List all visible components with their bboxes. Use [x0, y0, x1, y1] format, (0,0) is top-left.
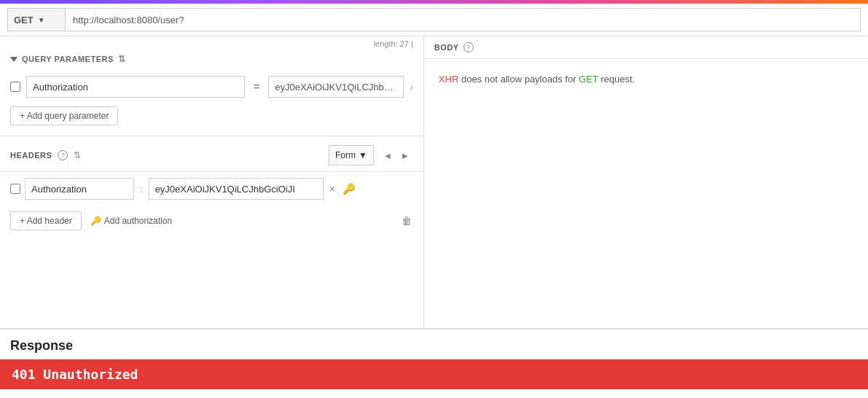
url-bar-area: GET ▼ [0, 4, 868, 36]
clear-header-button[interactable]: × [328, 182, 337, 196]
xhr-end-text: request. [598, 74, 636, 85]
header-row: : × 🔑 [0, 172, 423, 206]
xhr-message: XHR does not allow payloads for GET requ… [424, 59, 868, 99]
add-auth-key-icon: 🔑 [90, 216, 101, 226]
headers-toolbar: HEADERS ? ⇅ Form ▼ ◀ ▶ [0, 139, 423, 172]
form-chevron-icon: ▼ [359, 150, 367, 160]
headers-section: HEADERS ? ⇅ Form ▼ ◀ ▶ : × [0, 139, 423, 236]
main-content: length: 27 | QUERY PARAMETERS ⇅ = › + Ad… [0, 36, 868, 328]
response-section: Response 401 Unauthorized [0, 328, 868, 389]
header-value-input[interactable] [149, 178, 324, 200]
xhr-text: does not allow payloads for [458, 74, 579, 85]
divider [0, 136, 423, 136]
clear-icon: × [329, 183, 335, 195]
query-param-checkbox[interactable] [10, 82, 20, 92]
add-query-param-button[interactable]: + Add query parameter [10, 106, 118, 125]
url-input[interactable] [66, 8, 861, 31]
query-params-header: QUERY PARAMETERS ⇅ [0, 48, 423, 70]
method-label: GET [14, 15, 34, 26]
form-label: Form [335, 150, 356, 160]
query-param-value-input[interactable] [268, 76, 404, 98]
length-info: length: 27 | [0, 36, 423, 48]
key-icon: 🔑 [343, 183, 355, 195]
status-bar: 401 Unauthorized [0, 359, 868, 389]
body-header: BODY ? [424, 36, 868, 59]
query-param-more-icon[interactable]: › [410, 81, 413, 93]
nav-arrows: ◀ ▶ [380, 147, 413, 163]
left-panel: length: 27 | QUERY PARAMETERS ⇅ = › + Ad… [0, 36, 424, 328]
method-select[interactable]: GET ▼ [7, 8, 66, 31]
header-key-input[interactable] [25, 178, 134, 200]
delete-header-button[interactable]: 🗑 [400, 214, 413, 228]
right-panel: BODY ? XHR does not allow payloads for G… [424, 36, 868, 328]
query-param-key-input[interactable] [26, 76, 245, 98]
nav-right-icon[interactable]: ▶ [397, 147, 413, 163]
add-authorization-button[interactable]: 🔑 Add authorization [90, 212, 172, 230]
method-chevron-icon: ▼ [38, 16, 45, 24]
delete-icon: 🗑 [402, 215, 412, 227]
headers-info-icon[interactable]: ? [58, 150, 68, 160]
header-row-checkbox[interactable] [10, 184, 20, 194]
query-params-sort-icon[interactable]: ⇅ [118, 54, 126, 64]
nav-left-icon[interactable]: ◀ [380, 147, 396, 163]
query-params-label: QUERY PARAMETERS [22, 55, 114, 63]
add-query-param-label: + Add query parameter [20, 111, 109, 121]
action-row: + Add header 🔑 Add authorization 🗑 [0, 206, 423, 236]
colon-separator: : [138, 184, 144, 195]
status-text: 401 Unauthorized [12, 367, 138, 382]
response-title: Response [10, 338, 858, 354]
key-icon-button[interactable]: 🔑 [341, 182, 356, 196]
query-param-row: = › [0, 70, 423, 104]
headers-sort-icon[interactable]: ⇅ [74, 150, 81, 160]
equals-sign: = [251, 81, 262, 93]
body-title: BODY [434, 43, 459, 52]
add-header-button[interactable]: + Add header [10, 211, 82, 230]
xhr-link[interactable]: XHR [439, 74, 458, 85]
add-auth-label: Add authorization [104, 216, 172, 226]
add-header-label: + Add header [20, 216, 72, 226]
body-info-icon[interactable]: ? [464, 42, 474, 52]
get-link: GET [579, 74, 598, 85]
headers-form-dropdown[interactable]: Form ▼ [329, 145, 374, 165]
headers-title: HEADERS [10, 151, 52, 160]
query-params-title: QUERY PARAMETERS ⇅ [10, 54, 125, 64]
collapse-icon[interactable] [10, 57, 17, 62]
